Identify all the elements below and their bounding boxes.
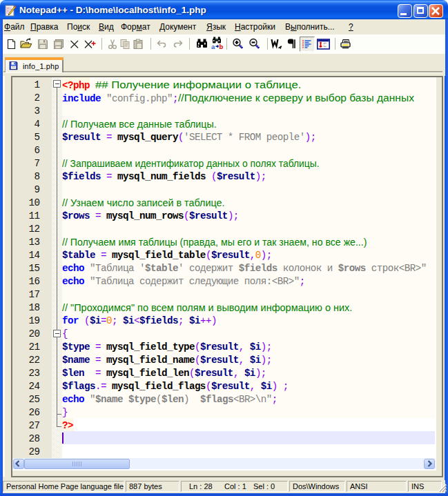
svg-text:a: a <box>211 43 215 50</box>
svg-text:b: b <box>220 43 224 50</box>
